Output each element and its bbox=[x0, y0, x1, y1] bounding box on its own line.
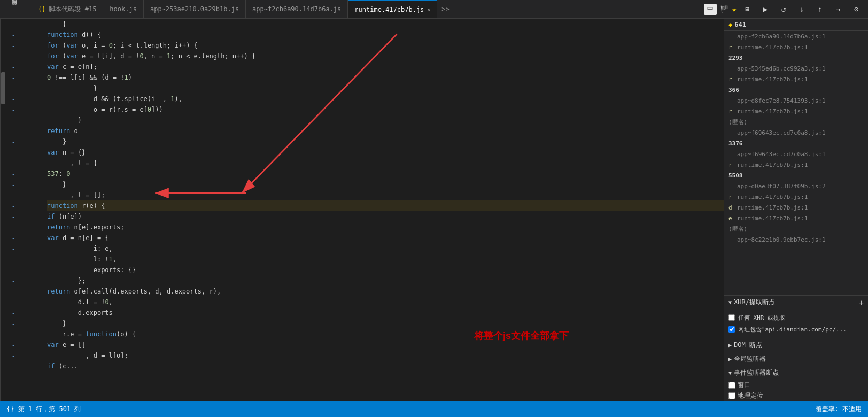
line-control[interactable]: - bbox=[5, 361, 21, 372]
step-out-button[interactable]: ↑ bbox=[812, 2, 827, 17]
call-stack-item[interactable]: 3376 bbox=[724, 138, 868, 149]
tab-more-button[interactable]: >> bbox=[437, 5, 453, 13]
line-control[interactable]: - bbox=[5, 61, 21, 72]
line-control[interactable]: - bbox=[5, 350, 21, 361]
xhr-options: 任何 XHR 或提取 网址包含"api.diandian.com/pc/... bbox=[724, 309, 868, 338]
xhr-any-checkbox[interactable] bbox=[728, 314, 735, 321]
stack-number: 5508 bbox=[728, 172, 743, 179]
line-number bbox=[21, 286, 38, 297]
line-control[interactable]: - bbox=[5, 147, 21, 158]
line-number bbox=[21, 40, 38, 51]
call-stack-item[interactable]: (匿名) bbox=[724, 117, 868, 127]
line-control[interactable]: - bbox=[5, 329, 21, 339]
step-button[interactable]: → bbox=[831, 2, 846, 17]
tab-close-icon[interactable]: ✕ bbox=[427, 6, 430, 12]
line-control[interactable]: - bbox=[5, 19, 21, 29]
call-stack-item[interactable]: (匿名) bbox=[724, 223, 868, 234]
event-section-header[interactable]: ▼ 事件监听器断点 bbox=[724, 366, 868, 380]
stack-file: app~d0ae3f07.387f09b.js:2 bbox=[737, 183, 826, 190]
line-control[interactable]: - bbox=[5, 115, 21, 126]
call-stack-item[interactable]: app~8c22e1b0.9ebb7ec.js:1 bbox=[724, 234, 868, 245]
call-stack-item[interactable]: eruntime.417cb7b.js:1 bbox=[724, 213, 868, 223]
callstack-number: 641 bbox=[734, 21, 746, 28]
call-stack-item[interactable]: druntime.417cb7b.js:1 bbox=[724, 202, 868, 213]
line-control[interactable]: - bbox=[5, 265, 21, 275]
line-control[interactable]: - bbox=[5, 190, 21, 200]
line-control[interactable]: - bbox=[5, 286, 21, 297]
global-section-header[interactable]: ▶ 全局监听器 bbox=[724, 352, 868, 366]
step-into-button[interactable]: ↓ bbox=[794, 2, 809, 17]
line-control[interactable]: - bbox=[5, 168, 21, 179]
line-control[interactable]: - bbox=[5, 318, 21, 329]
mini-scrollbar[interactable] bbox=[0, 19, 5, 401]
left-panel-toggle[interactable]: 脚本代码段 bbox=[0, 0, 29, 18]
line-number bbox=[21, 307, 38, 318]
xhr-url-checkbox[interactable] bbox=[728, 326, 735, 333]
dom-section-header[interactable]: ▶ DOM 断点 bbox=[724, 338, 868, 352]
line-number bbox=[21, 136, 38, 147]
code-line: function r(e) { bbox=[47, 200, 724, 211]
line-control[interactable]: - bbox=[5, 104, 21, 115]
line-control[interactable]: - bbox=[5, 83, 21, 94]
call-stack-item[interactable]: rruntime.417cb7b.js:1 bbox=[724, 74, 868, 84]
line-control[interactable]: - bbox=[5, 126, 21, 136]
line-control[interactable]: - bbox=[5, 243, 21, 254]
line-control[interactable]: - bbox=[5, 307, 21, 318]
xhr-option-url: 网址包含"api.diandian.com/pc/... bbox=[728, 324, 864, 335]
tab-hook[interactable]: hook.js bbox=[103, 0, 144, 19]
call-stack-item[interactable]: app~5345ed6b.cc992a3.js:1 bbox=[724, 63, 868, 74]
call-stack-item[interactable]: rruntime.417cb7b.js:1 bbox=[724, 42, 868, 52]
deactivate-button[interactable]: ⊘ bbox=[849, 2, 864, 17]
line-control[interactable]: - bbox=[5, 158, 21, 168]
call-stack-item[interactable]: app~d8fec7e8.7541393.js:1 bbox=[724, 95, 868, 106]
line-control[interactable]: - bbox=[5, 179, 21, 190]
line-control[interactable]: - bbox=[5, 297, 21, 307]
line-control[interactable]: - bbox=[5, 233, 21, 243]
geo-section-item[interactable]: 地理定位 bbox=[724, 390, 868, 401]
tab-runtime[interactable]: runtime.417cb7b.js ✕ bbox=[348, 0, 437, 19]
call-stack-item[interactable]: app~f69643ec.cd7c0a8.js:1 bbox=[724, 127, 868, 138]
line-control[interactable]: - bbox=[5, 136, 21, 147]
line-control[interactable]: - bbox=[5, 51, 21, 61]
call-stack-item[interactable]: 2293 bbox=[724, 52, 868, 63]
line-control[interactable]: - bbox=[5, 72, 21, 83]
window-section-item[interactable]: 窗口 bbox=[724, 380, 868, 390]
call-stack-item[interactable]: 5508 bbox=[724, 170, 868, 181]
geo-checkbox[interactable] bbox=[728, 392, 735, 399]
line-control[interactable]: - bbox=[5, 200, 21, 211]
call-stack-item[interactable]: rruntime.417cb7b.js:1 bbox=[724, 106, 868, 117]
line-control[interactable]: - bbox=[5, 254, 21, 265]
code-content[interactable]: } function d() { for (var o, i = 0; i < … bbox=[43, 19, 724, 401]
call-stack-item[interactable]: rruntime.417cb7b.js:1 bbox=[724, 159, 868, 170]
window-checkbox[interactable] bbox=[728, 382, 735, 389]
xhr-add-button[interactable]: + bbox=[859, 298, 864, 307]
tab-snippets[interactable]: {} 脚本代码段 #15 bbox=[32, 0, 103, 19]
stack-fn-name: r bbox=[728, 194, 735, 200]
tab-hook-label: hook.js bbox=[110, 5, 137, 13]
line-control[interactable]: - bbox=[5, 222, 21, 233]
line-control[interactable]: - bbox=[5, 211, 21, 222]
code-line: , t = []; bbox=[47, 190, 724, 200]
right-panel: ◆ 641 app~f2cb6a90.14d7b6a.js:1rruntime.… bbox=[724, 19, 868, 401]
line-control[interactable]: - bbox=[5, 40, 21, 51]
line-control[interactable]: - bbox=[5, 29, 21, 40]
line-control[interactable]: - bbox=[5, 275, 21, 286]
call-stack-item[interactable]: app~f69643ec.cd7c0a8.js:1 bbox=[724, 149, 868, 159]
tab-app1[interactable]: app~253ae210.0a29b1b.js bbox=[144, 0, 246, 19]
tab-app2[interactable]: app~f2cb6a90.14d7b6a.js bbox=[246, 0, 348, 19]
event-collapse-icon: ▼ bbox=[728, 370, 732, 376]
code-line: if (c... bbox=[47, 361, 724, 372]
xhr-section-header[interactable]: ▼ XHR/提取断点 + bbox=[724, 295, 868, 309]
call-stack-item[interactable]: 366 bbox=[724, 84, 868, 95]
call-stack-item[interactable]: app~d0ae3f07.387f09b.js:2 bbox=[724, 181, 868, 191]
resume-button[interactable]: ▶ bbox=[758, 2, 773, 17]
call-stack-item[interactable]: rruntime.417cb7b.js:1 bbox=[724, 191, 868, 202]
call-stack[interactable]: app~f2cb6a90.14d7b6a.js:1rruntime.417cb7… bbox=[724, 31, 868, 295]
line-control[interactable]: - bbox=[5, 94, 21, 104]
panel-toggle-button[interactable]: ⊞ bbox=[740, 2, 755, 17]
stack-fn-name: r bbox=[728, 108, 735, 115]
call-stack-item[interactable]: app~f2cb6a90.14d7b6a.js:1 bbox=[724, 31, 868, 42]
code-line: o = r(r.s = e[0])) bbox=[47, 104, 724, 115]
line-control[interactable]: - bbox=[5, 339, 21, 350]
step-over-button[interactable]: ↺ bbox=[776, 2, 791, 17]
